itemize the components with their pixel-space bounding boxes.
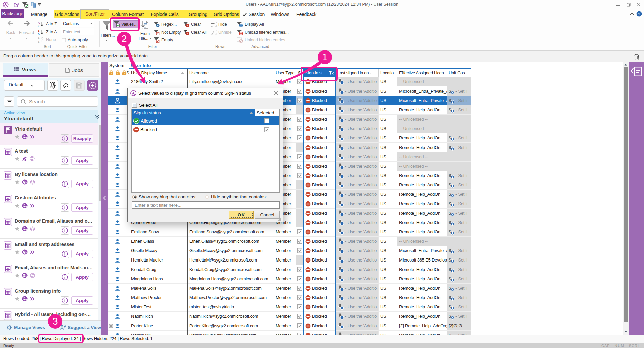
view-apply-button[interactable]: Apply [71, 203, 93, 212]
display-all-button[interactable]: Display All [237, 21, 264, 28]
clear-button[interactable]: Clear [183, 21, 201, 28]
view-info-button[interactable] [61, 203, 69, 212]
empty-button[interactable]: Empty [154, 37, 173, 43]
checked-checkbox-icon[interactable] [297, 304, 302, 309]
dialog-selected-header[interactable]: Selected [255, 109, 279, 116]
tab-explode-cells[interactable]: Explode Cells [146, 10, 183, 18]
view-apply-button[interactable]: Apply [71, 296, 93, 305]
sidebar-splitter[interactable] [101, 62, 108, 335]
sidebar-tab-jobs[interactable]: Jobs [49, 63, 99, 77]
grid-row[interactable]: Patrick MillPatrick.Mill@sygx2.onmicroso… [108, 331, 471, 335]
unload-filtered-button[interactable]: Unload filtered entries... [237, 29, 289, 36]
views-scrollbar-thumb[interactable] [99, 125, 101, 201]
view-card[interactable]: A testApply [0, 145, 98, 169]
dialog-checked-checkbox[interactable] [264, 127, 269, 132]
grid-row[interactable]: Matthew ProctorMatthew.Proctor@sygx2.onm… [108, 293, 471, 302]
grid-scrollbar-thumb[interactable] [624, 67, 628, 322]
clear-all-button[interactable]: Clear All [183, 29, 207, 36]
checked-checkbox-icon[interactable] [297, 314, 302, 319]
suggest-view-button[interactable]: Suggest a View [60, 325, 101, 330]
view-info-button[interactable] [61, 180, 69, 188]
column-header-license[interactable]: Effective Assigned Licen... [397, 69, 447, 77]
collapse-ribbon-icon[interactable] [630, 13, 634, 15]
checked-checkbox-icon[interactable] [297, 98, 302, 103]
tab-backstage[interactable]: Backstage [1, 9, 24, 18]
tab-feedback[interactable]: Feedback [293, 10, 319, 18]
checked-checkbox-icon[interactable] [297, 229, 302, 234]
dialog-filter-input[interactable]: Enter a text filter here... [132, 201, 280, 209]
tab-sort-filter[interactable]: Sort/Filter [80, 9, 109, 19]
from-file-button[interactable]: From File... [138, 21, 152, 41]
collapse-sidebar-icon[interactable] [103, 196, 106, 200]
view-info-button[interactable] [61, 273, 69, 281]
collapse-active-view-icon[interactable] [95, 115, 99, 119]
view-info-button[interactable] [61, 250, 69, 258]
column-header-lastsign[interactable]: Last signed in on - ... [336, 69, 379, 77]
radio-show[interactable] [132, 195, 137, 199]
checked-checkbox-icon[interactable] [297, 248, 302, 253]
grid-row[interactable]: Henrietta MuellerHenriettaM@sygx2.onmicr… [108, 255, 471, 265]
select-all-checkbox[interactable] [132, 103, 137, 108]
tab-grouping[interactable]: Grouping [183, 10, 213, 18]
checked-checkbox-icon[interactable] [297, 267, 302, 272]
scroll-down-icon[interactable] [624, 331, 627, 333]
dialog-value-row-blocked[interactable]: Blocked [132, 125, 279, 134]
view-apply-button[interactable]: Apply [71, 156, 93, 165]
view-apply-button[interactable]: Apply [71, 250, 93, 258]
quick-filter-operator-dropdown[interactable]: Contains [61, 20, 94, 27]
view-card[interactable]: Ytria defaultReapply [0, 123, 98, 145]
checked-checkbox-icon[interactable] [297, 117, 302, 122]
view-apply-button[interactable]: Apply [71, 180, 93, 188]
ok-button[interactable]: OK [229, 211, 254, 219]
dialog-title-bar[interactable]: Select values to display in grid from co… [128, 88, 283, 98]
view-apply-button[interactable]: Apply [71, 226, 93, 235]
dialog-close-icon[interactable] [274, 91, 279, 95]
view-reapply-button[interactable]: Reapply [71, 134, 93, 143]
checked-checkbox-icon[interactable] [297, 89, 302, 94]
column-header-username[interactable]: Username [187, 69, 274, 77]
help-icon[interactable]: ? [636, 11, 642, 17]
grid-row[interactable]: Ethen GlassEthen.Glass@sygx2.onmicrosoft… [108, 237, 471, 246]
view-card[interactable]: Custom AttributesApply [0, 192, 98, 215]
quick-filter-input[interactable]: Enter text... [61, 28, 94, 35]
view-info-button[interactable] [61, 134, 69, 143]
view-apply-button[interactable]: Apply [71, 273, 93, 281]
grid-row[interactable]: Naomi RichNaomi.Rich@sygx2.onmicrosoft.c… [108, 312, 471, 321]
checked-checkbox-icon[interactable] [297, 276, 302, 281]
checked-checkbox-icon[interactable] [297, 135, 302, 140]
select-all-row[interactable]: Select All [132, 103, 158, 108]
grid-row[interactable]: Magdalena HaasMagdalena.Haas@sygx2.onmic… [108, 274, 471, 284]
column-header-name[interactable]: User Display Name [129, 69, 187, 77]
column-header-lock1[interactable] [108, 69, 114, 77]
sidebar-tab-views[interactable]: Views [3, 63, 48, 77]
view-card[interactable]: By license locationApply [0, 169, 98, 192]
checked-checkbox-icon[interactable] [297, 173, 302, 178]
views-scrollbar[interactable] [98, 123, 101, 320]
checked-checkbox-icon[interactable] [297, 154, 302, 159]
radio-hide-option[interactable]: Hide anything that contains: [205, 194, 267, 199]
tab-session[interactable]: Session [240, 10, 267, 18]
grid-row[interactable]: Kendall CraigKendall.Craig@sygx2.onmicro… [108, 265, 471, 274]
not-empty-button[interactable]: Not Empty [154, 29, 181, 36]
trash-icon[interactable] [633, 53, 640, 61]
view-card[interactable]: Email and smtp addressesApply [0, 239, 98, 262]
view-info-button[interactable] [61, 296, 69, 305]
column-header-unit[interactable]: Unit Cos... [447, 69, 471, 77]
view-card[interactable]: Group licensing infoApply [0, 285, 98, 309]
checked-checkbox-icon[interactable] [297, 286, 302, 291]
grid-row[interactable]: Porter KlinePorter.Kline@sygx2.onmicroso… [108, 321, 471, 331]
grid-row[interactable]: 2186Lilly Smith 2Lilly.smith.copy@ovh.yt… [108, 77, 471, 86]
grid-row[interactable]: Makena SolisMakena.Solis@sygx2.onmicroso… [108, 284, 471, 293]
checked-checkbox-icon[interactable] [297, 126, 302, 131]
forward-button[interactable]: Forward [19, 21, 34, 39]
checked-checkbox-icon[interactable] [297, 239, 302, 244]
add-view-button[interactable] [87, 80, 98, 91]
checked-checkbox-icon[interactable] [297, 323, 302, 328]
view-card[interactable]: Email, Aliases and other Mails in o...Ap… [0, 262, 98, 285]
view-preset-dropdown[interactable]: Default [4, 80, 45, 91]
hide-button[interactable]: Hide [211, 21, 227, 28]
column-header-lock3[interactable]: S [121, 69, 129, 77]
expand-panel-icon[interactable] [631, 67, 642, 76]
dialog-unchecked-checkbox[interactable] [264, 118, 269, 123]
tab-manage[interactable]: Manage [24, 10, 54, 18]
